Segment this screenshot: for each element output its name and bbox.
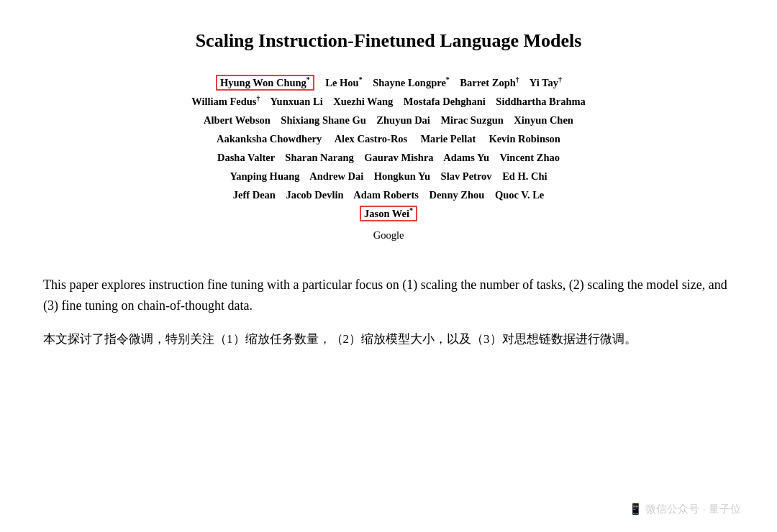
wechat-icon: 📱 xyxy=(629,503,642,515)
author-adam-roberts: Adam Roberts xyxy=(353,189,419,201)
authors-line-6: Yanping Huang Andrew Dai Hongkun Yu Slav… xyxy=(43,167,734,185)
abstract-section: This paper explores instruction fine tun… xyxy=(43,267,734,350)
author-hyung-won-chung: Hyung Won Chung* xyxy=(216,75,314,91)
authors-line-4: Aakanksha Chowdhery Alex Castro-Ros Mari… xyxy=(43,129,734,148)
author-denny-zhou: Denny Zhou xyxy=(429,189,484,201)
author-slav-petrov: Slav Petrov xyxy=(441,170,492,182)
author-vincent-zhao: Vincent Zhao xyxy=(499,152,560,163)
authors-section: Hyung Won Chung* Le Hou* Shayne Longpre*… xyxy=(43,73,734,242)
abstract-text-chinese: 本文探讨了指令微调，特别关注（1）缩放任务数量，（2）缩放模型大小，以及（3）对… xyxy=(43,329,734,350)
page-container: Scaling Instruction-Finetuned Language M… xyxy=(0,0,777,532)
authors-line-8: Jason Wei* xyxy=(43,204,734,223)
authors-line-1: Hyung Won Chung* Le Hou* Shayne Longpre*… xyxy=(43,73,734,92)
author-yi-tay: Yi Tay† xyxy=(530,77,562,88)
author-shayne-longpre: Shayne Longpre* xyxy=(373,77,450,88)
author-william-fedus: William Fedus† xyxy=(191,96,260,107)
author-le-hou: Le Hou* xyxy=(325,77,362,88)
author-kevin-robinson: Kevin Robinson xyxy=(489,133,560,145)
authors-line-2: William Fedus† Yunxuan Li Xuezhi Wang Mo… xyxy=(43,92,734,111)
author-jacob-devlin: Jacob Devlin xyxy=(286,189,343,201)
author-yunxuan-li: Yunxuan Li xyxy=(270,96,322,107)
author-mirac-suzgun: Mirac Suzgun xyxy=(440,114,503,126)
author-jeff-dean: Jeff Dean xyxy=(233,189,276,201)
author-xinyun-chen: Xinyun Chen xyxy=(514,114,573,126)
author-mostafa-dehghani: Mostafa Dehghani xyxy=(404,96,486,107)
affiliation: Google xyxy=(43,229,734,242)
watermark: 📱 微信公众号 · 量子位 xyxy=(629,503,741,516)
author-siddhartha-brahma: Siddhartha Brahma xyxy=(496,96,586,107)
paper-title: Scaling Instruction-Finetuned Language M… xyxy=(43,29,734,53)
author-quoc-v-le: Quoc V. Le xyxy=(495,189,544,201)
author-dasha-valter: Dasha Valter xyxy=(217,152,275,163)
author-ed-h-chi: Ed H. Chi xyxy=(502,170,547,182)
authors-line-3: Albert Webson Shixiang Shane Gu Zhuyun D… xyxy=(43,111,734,129)
author-aakanksha-chowdhery: Aakanksha Chowdhery xyxy=(217,133,322,145)
author-zhuyun-dai: Zhuyun Dai xyxy=(376,114,430,126)
abstract-text-english: This paper explores instruction fine tun… xyxy=(43,275,734,317)
author-marie-pellat: Marie Pellat xyxy=(420,133,476,145)
author-barret-zoph: Barret Zoph† xyxy=(460,77,519,88)
watermark-text: 微信公众号 · 量子位 xyxy=(645,503,741,515)
author-xuezhi-wang: Xuezhi Wang xyxy=(333,96,393,107)
authors-line-5: Dasha Valter Sharan Narang Gaurav Mishra… xyxy=(43,148,734,167)
author-hongkun-yu: Hongkun Yu xyxy=(374,170,430,182)
author-andrew-dai: Andrew Dai xyxy=(309,170,363,182)
author-adams-yu: Adams Yu xyxy=(443,152,489,163)
authors-line-7: Jeff Dean Jacob Devlin Adam Roberts Denn… xyxy=(43,185,734,204)
author-sharan-narang: Sharan Narang xyxy=(285,152,353,163)
author-jason-wei: Jason Wei* xyxy=(360,206,417,221)
author-albert-webson: Albert Webson xyxy=(204,114,271,126)
author-yanping-huang: Yanping Huang xyxy=(230,170,299,182)
author-shixiang-shane-gu: Shixiang Shane Gu xyxy=(281,114,365,126)
author-alex-castro-ros: Alex Castro-Ros xyxy=(335,133,408,145)
author-gaurav-mishra: Gaurav Mishra xyxy=(364,152,433,163)
